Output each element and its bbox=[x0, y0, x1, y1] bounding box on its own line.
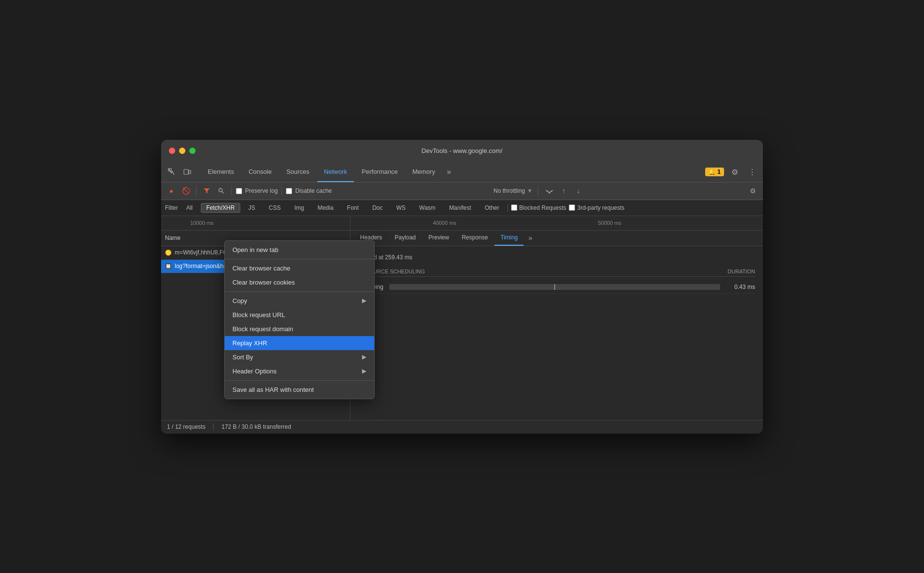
filter-other[interactable]: Other bbox=[479, 203, 505, 213]
requests-count: 1 / 12 requests bbox=[167, 423, 205, 430]
maximize-button[interactable] bbox=[189, 148, 196, 154]
ctx-replay-xhr[interactable]: Replay XHR bbox=[225, 336, 374, 350]
status-bar: 1 / 12 requests 172 B / 30.0 kB transfer… bbox=[161, 420, 763, 434]
minimize-button[interactable] bbox=[179, 148, 185, 154]
main-content: 10000 ms Name 🟡 m=Wt6vjf,hhhU8,FCpbqb, 🔲… bbox=[161, 216, 763, 420]
filter-icon[interactable] bbox=[200, 185, 213, 197]
inspect-icon[interactable] bbox=[165, 165, 179, 179]
svg-point-3 bbox=[219, 188, 222, 192]
svg-rect-1 bbox=[184, 169, 188, 174]
toolbar-separator-3 bbox=[281, 186, 282, 196]
tab-bar-icons bbox=[165, 165, 194, 179]
detail-tab-timing[interactable]: Timing bbox=[495, 230, 524, 246]
row-icon-1: 🟡 bbox=[165, 250, 172, 256]
notification-badge[interactable]: 🔔 1 bbox=[705, 168, 724, 176]
tab-network[interactable]: Network bbox=[317, 162, 354, 182]
tick-10000: 10000 ms bbox=[190, 220, 214, 226]
detail-tabs-more[interactable]: » bbox=[525, 234, 536, 242]
row-icon-2: 🔲 bbox=[165, 263, 172, 270]
blocked-requests-checkbox[interactable] bbox=[511, 204, 517, 211]
filter-ws[interactable]: WS bbox=[391, 203, 411, 213]
toolbar-separator-4 bbox=[538, 186, 538, 196]
network-toolbar: ● 🚫 Preserve log Dis bbox=[161, 183, 763, 200]
disable-cache-checkbox[interactable] bbox=[286, 188, 292, 194]
tab-sources[interactable]: Sources bbox=[280, 162, 316, 182]
network-settings-icon[interactable]: ⚙ bbox=[746, 185, 759, 197]
tab-performance[interactable]: Performance bbox=[355, 162, 404, 182]
tab-bar-right: 🔔 1 ⚙ ⋮ bbox=[705, 165, 759, 179]
upload-throttle-icon[interactable]: ↑ bbox=[558, 185, 570, 197]
timing-row-queueing: Queueing 0.43 ms bbox=[358, 281, 755, 294]
filter-css[interactable]: CSS bbox=[264, 203, 286, 213]
toolbar-separator-1 bbox=[196, 186, 197, 196]
ctx-clear-cookies[interactable]: Clear browser cookies bbox=[225, 275, 374, 289]
ctx-copy[interactable]: Copy ▶ bbox=[225, 294, 374, 308]
timing-started-at: Started at 259.43 ms bbox=[358, 254, 755, 261]
detail-panel: 40000 ms 50000 ms Headers Payload Previe… bbox=[350, 216, 763, 420]
filter-separator bbox=[508, 204, 508, 212]
ctx-block-domain[interactable]: Block request domain bbox=[225, 322, 374, 336]
tab-memory[interactable]: Memory bbox=[406, 162, 442, 182]
filter-fetch-xhr[interactable]: Fetch/XHR bbox=[201, 203, 240, 213]
online-icon[interactable] bbox=[543, 185, 556, 197]
timing-bar-queueing bbox=[389, 284, 720, 290]
ctx-header-arrow: ▶ bbox=[362, 368, 366, 374]
ctx-save-har[interactable]: Save all as HAR with content bbox=[225, 383, 374, 397]
filter-js[interactable]: JS bbox=[243, 203, 261, 213]
third-party-checkbox[interactable] bbox=[569, 204, 575, 211]
filter-font[interactable]: Font bbox=[342, 203, 364, 213]
ctx-open-new-tab[interactable]: Open in new tab bbox=[225, 243, 374, 257]
timeline-header: 10000 ms bbox=[161, 216, 350, 231]
filter-doc[interactable]: Doc bbox=[367, 203, 388, 213]
traffic-lights bbox=[169, 148, 196, 154]
download-throttle-icon[interactable]: ↓ bbox=[572, 185, 585, 197]
context-menu: Open in new tab Clear browser cache Clea… bbox=[224, 240, 375, 399]
close-button[interactable] bbox=[169, 148, 175, 154]
clear-button[interactable]: 🚫 bbox=[180, 185, 192, 197]
ctx-sort-arrow: ▶ bbox=[362, 354, 366, 360]
devtools-window: DevTools - www.google.com/ bbox=[161, 140, 763, 434]
filter-img[interactable]: Img bbox=[289, 203, 309, 213]
ctx-sep-3 bbox=[225, 380, 374, 381]
device-toolbar-icon[interactable] bbox=[181, 165, 194, 179]
preserve-log-checkbox[interactable] bbox=[236, 188, 242, 194]
ctx-clear-cache[interactable]: Clear browser cache bbox=[225, 261, 374, 275]
svg-rect-2 bbox=[189, 170, 191, 174]
filter-bar: Filter All Fetch/XHR JS CSS Img Media Fo… bbox=[161, 200, 763, 216]
search-icon[interactable] bbox=[215, 185, 228, 197]
detail-content-timing: Started at 259.43 ms Resource Scheduling… bbox=[350, 246, 763, 420]
record-button[interactable]: ● bbox=[165, 185, 178, 197]
detail-tab-payload[interactable]: Payload bbox=[389, 230, 421, 246]
status-sep bbox=[213, 423, 214, 430]
detail-tab-preview[interactable]: Preview bbox=[423, 230, 455, 246]
detail-tab-response[interactable]: Response bbox=[456, 230, 494, 246]
tab-more-button[interactable]: » bbox=[443, 168, 455, 176]
title-bar: DevTools - www.google.com/ bbox=[161, 140, 763, 162]
ctx-block-url[interactable]: Block request URL bbox=[225, 308, 374, 322]
window-title: DevTools - www.google.com/ bbox=[422, 147, 503, 154]
svg-line-4 bbox=[222, 192, 224, 194]
tick-50000: 50000 ms bbox=[598, 220, 621, 226]
tab-elements[interactable]: Elements bbox=[201, 162, 241, 182]
devtools-more-icon[interactable]: ⋮ bbox=[745, 165, 759, 179]
tab-bar: Elements Console Sources Network Perform… bbox=[161, 162, 763, 183]
svg-point-5 bbox=[548, 192, 549, 193]
ctx-header-options[interactable]: Header Options ▶ bbox=[225, 364, 374, 378]
timeline-header-detail: 40000 ms 50000 ms bbox=[350, 216, 763, 231]
devtools-body: Elements Console Sources Network Perform… bbox=[161, 162, 763, 434]
tick-40000: 40000 ms bbox=[433, 220, 456, 226]
filter-manifest[interactable]: Manifest bbox=[444, 203, 476, 213]
preserve-log-label[interactable]: Preserve log bbox=[236, 187, 278, 194]
disable-cache-label[interactable]: Disable cache bbox=[286, 187, 331, 194]
throttle-label: No throttling bbox=[494, 187, 525, 194]
ctx-copy-arrow: ▶ bbox=[362, 297, 366, 304]
ctx-sort-by[interactable]: Sort By ▶ bbox=[225, 350, 374, 364]
filter-all[interactable]: All bbox=[181, 203, 198, 213]
tab-console[interactable]: Console bbox=[242, 162, 279, 182]
third-party-label[interactable]: 3rd-party requests bbox=[569, 204, 624, 211]
filter-wasm[interactable]: Wasm bbox=[414, 203, 441, 213]
filter-media[interactable]: Media bbox=[312, 203, 339, 213]
devtools-settings-icon[interactable]: ⚙ bbox=[728, 165, 742, 179]
blocked-requests-label[interactable]: Blocked Requests bbox=[511, 204, 566, 211]
ctx-sep-1 bbox=[225, 259, 374, 259]
